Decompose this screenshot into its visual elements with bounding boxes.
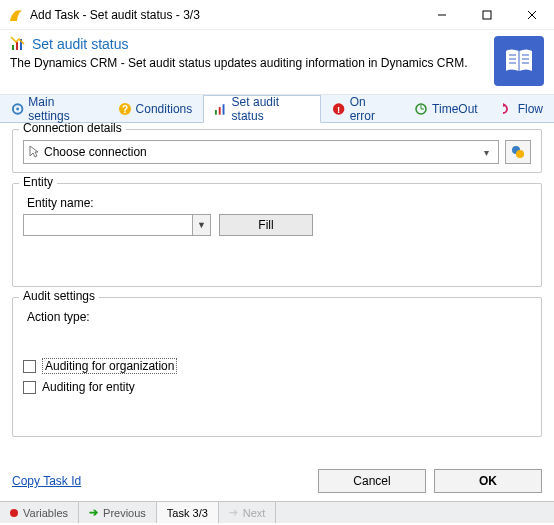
svg-rect-19 — [219, 107, 221, 115]
maximize-button[interactable] — [464, 0, 509, 30]
svg-text:!: ! — [337, 103, 340, 114]
flow-icon — [500, 102, 514, 116]
svg-rect-1 — [483, 11, 491, 19]
tab-label: On error — [350, 95, 392, 123]
close-icon — [527, 10, 537, 20]
copy-task-id-link[interactable]: Copy Task Id — [12, 474, 81, 488]
minimize-button[interactable] — [419, 0, 464, 30]
svg-point-15 — [16, 107, 19, 110]
entity-legend: Entity — [19, 175, 57, 189]
tab-flow[interactable]: Flow — [489, 95, 554, 122]
cursor-icon — [28, 145, 40, 159]
svg-rect-20 — [223, 104, 225, 114]
connection-legend: Connection details — [19, 123, 126, 135]
header-title-row: Set audit status — [10, 36, 484, 52]
gear-icon — [11, 102, 24, 116]
entity-group: Entity Entity name: ▼ Fill — [12, 183, 542, 287]
content-area: Connection details Choose connection ▾ E… — [0, 123, 554, 459]
question-icon: ? — [118, 102, 132, 116]
connection-select-value: Choose connection — [44, 145, 147, 159]
header-description: The Dynamics CRM - Set audit status upda… — [10, 56, 484, 70]
error-icon: ! — [332, 102, 345, 116]
header: Set audit status The Dynamics CRM - Set … — [0, 30, 554, 95]
connection-details-group: Connection details Choose connection ▾ — [12, 129, 542, 173]
connection-settings-button[interactable] — [505, 140, 531, 164]
tab-timeout[interactable]: TimeOut — [403, 95, 489, 122]
status-task-label: Task 3/3 — [167, 507, 208, 519]
status-task-count[interactable]: Task 3/3 — [157, 502, 219, 523]
svg-text:?: ? — [122, 104, 128, 115]
record-dot-icon — [10, 509, 18, 517]
chevron-down-icon: ▼ — [192, 215, 210, 235]
status-variables[interactable]: Variables — [0, 502, 79, 523]
header-title: Set audit status — [32, 36, 129, 52]
connection-select[interactable]: Choose connection ▾ — [23, 140, 499, 164]
svg-rect-4 — [12, 45, 14, 50]
status-bar: Variables ➔ Previous Task 3/3 ➔ Next — [0, 501, 554, 523]
tab-label: Flow — [518, 102, 543, 116]
auditing-organization-label: Auditing for organization — [42, 358, 177, 374]
ok-button[interactable]: OK — [434, 469, 542, 493]
maximize-icon — [482, 10, 492, 20]
audit-legend: Audit settings — [19, 289, 99, 303]
fill-button[interactable]: Fill — [219, 214, 313, 236]
ok-label: OK — [479, 474, 497, 488]
auditing-organization-checkbox[interactable] — [23, 360, 36, 373]
svg-rect-5 — [16, 42, 18, 50]
tab-main-settings[interactable]: Main settings — [0, 95, 107, 122]
minimize-icon — [437, 10, 447, 20]
chevron-down-icon: ▾ — [478, 147, 494, 158]
app-icon — [8, 7, 24, 23]
arrow-right-icon: ➔ — [89, 506, 98, 519]
tab-label: TimeOut — [432, 102, 478, 116]
entity-name-combo[interactable]: ▼ — [23, 214, 211, 236]
tab-label: Set audit status — [232, 95, 311, 123]
cancel-label: Cancel — [353, 474, 390, 488]
help-book-icon[interactable] — [494, 36, 544, 86]
status-previous-label: Previous — [103, 507, 146, 519]
tab-on-error[interactable]: ! On error — [321, 95, 403, 122]
audit-settings-group: Audit settings Action type: Auditing for… — [12, 297, 542, 437]
window-title: Add Task - Set audit status - 3/3 — [30, 8, 419, 22]
gear-color-icon — [510, 144, 526, 160]
dialog-button-bar: Copy Task Id Cancel OK — [0, 459, 554, 501]
tab-conditions[interactable]: ? Conditions — [107, 95, 204, 122]
status-variables-label: Variables — [23, 507, 68, 519]
title-bar: Add Task - Set audit status - 3/3 — [0, 0, 554, 30]
cancel-button[interactable]: Cancel — [318, 469, 426, 493]
tab-label: Main settings — [28, 95, 95, 123]
fill-button-label: Fill — [258, 218, 273, 232]
audit-icon — [214, 102, 227, 116]
auditing-entity-label: Auditing for entity — [42, 380, 135, 394]
tab-label: Conditions — [136, 102, 193, 116]
clock-icon — [414, 102, 428, 116]
entity-name-label: Entity name: — [27, 196, 531, 210]
auditing-entity-checkbox[interactable] — [23, 381, 36, 394]
arrow-right-icon: ➔ — [229, 506, 238, 519]
svg-rect-18 — [215, 110, 217, 115]
tab-bar: Main settings ? Conditions Set audit sta… — [0, 95, 554, 123]
status-next: ➔ Next — [219, 502, 277, 523]
audit-icon — [10, 36, 26, 52]
status-previous[interactable]: ➔ Previous — [79, 502, 157, 523]
tab-set-audit-status[interactable]: Set audit status — [203, 95, 321, 123]
svg-point-27 — [516, 150, 524, 158]
action-type-label: Action type: — [27, 310, 531, 324]
status-next-label: Next — [243, 507, 266, 519]
close-button[interactable] — [509, 0, 554, 30]
